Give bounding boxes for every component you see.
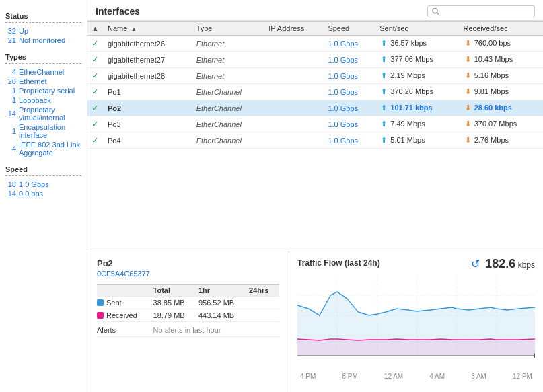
search-input[interactable] [441, 7, 530, 15]
sidebar-item-proprietary-serial[interactable]: 1 Proprietary serial [5, 86, 81, 95]
not-monitored-label[interactable]: Not monitored [19, 36, 65, 44]
upload-icon: ⬆ [381, 136, 387, 144]
recv-cell: ⬇ 5.16 Mbps [460, 68, 543, 84]
col-ip[interactable]: IP Address [264, 22, 324, 36]
name-cell: gigabitethernet28 [104, 68, 192, 84]
col-status[interactable]: ▲ [87, 22, 104, 36]
sent-cell: ⬆ 377.06 Mbps [375, 52, 459, 68]
svg-marker-12 [297, 339, 535, 356]
upload-icon: ⬆ [381, 104, 387, 112]
recv-row: Received 18.79 MB 443.14 MB [97, 309, 279, 322]
chart-current-unit: kbps [518, 260, 535, 270]
chart-label-4pm: 4 PM [300, 373, 316, 380]
speed-cell: 1.0 Gbps [324, 68, 375, 84]
no-alerts-text: No alerts in last hour [153, 326, 221, 334]
sidebar-item-ieee8023ad[interactable]: 4 IEEE 802.3ad Link Aggregate [5, 140, 81, 157]
detail-left: Po2 0CF5A4C65377 Total 1hr 24hrs [87, 251, 289, 392]
alerts-label: Alerts [97, 322, 153, 337]
status-check-icon: ✓ [92, 103, 99, 113]
sidebar-item-1gbps[interactable]: 18 1.0 Gbps [5, 180, 81, 189]
type-cell: Ethernet [192, 36, 265, 52]
speed-cell: 1.0 Gbps [324, 132, 375, 149]
refresh-icon[interactable]: ↺ [471, 258, 480, 270]
sent-row: Sent 38.85 MB 956.52 MB [97, 297, 279, 309]
sidebar-item-ethernet[interactable]: 28 Ethernet [5, 77, 81, 86]
upload-icon: ⬆ [381, 71, 387, 79]
sidebar-item-up[interactable]: 32 Up [5, 26, 81, 36]
status-cell: ✓ [87, 116, 104, 132]
ip-cell [264, 100, 324, 116]
sort-arrow-name: ▲ [131, 26, 137, 32]
sent-value: 101.71 kbps [390, 104, 432, 112]
recv-cell: ⬇ 10.43 Mbps [460, 52, 543, 68]
detail-right: Traffic Flow (last 24h) ↺ 182.6 kbps [289, 251, 543, 392]
sidebar-item-not-monitored[interactable]: 21 Not monitored [5, 36, 81, 45]
sent-cell: ⬆ 5.01 Mbps [375, 132, 459, 149]
table-row[interactable]: ✓ Po2 EtherChannel 1.0 Gbps ⬆ 101.71 kbp… [87, 100, 543, 116]
table-row[interactable]: ✓ Po1 EtherChannel 1.0 Gbps ⬆ 370.26 Mbp… [87, 84, 543, 100]
table-row[interactable]: ✓ Po4 EtherChannel 1.0 Gbps ⬆ 5.01 Mbps … [87, 132, 543, 149]
sent-cell: ⬆ 370.26 Mbps [375, 84, 459, 100]
col-type[interactable]: Type [192, 22, 265, 36]
type-cell: EtherChannel [192, 100, 265, 116]
sidebar-item-etherchannel[interactable]: 4 EtherChannel [5, 67, 81, 77]
detail-mac[interactable]: 0CF5A4C65377 [97, 270, 279, 278]
name-cell: gigabitethernet26 [104, 36, 192, 52]
recv-1hr-val: 443.14 MB [198, 309, 249, 322]
sent-value: 370.26 Mbps [390, 87, 433, 95]
main-content: Interfaces ▲ Name ▲ Type [87, 0, 543, 392]
col-sent[interactable]: Sent/sec [375, 22, 459, 36]
sidebar-item-loopback[interactable]: 1 Loopback [5, 95, 81, 105]
ip-cell [264, 68, 324, 84]
sent-cell: ⬆ 101.71 kbps [375, 100, 459, 116]
interfaces-table-container: ▲ Name ▲ Type IP Address Speed Sent/sec … [87, 21, 543, 251]
recv-value: 9.81 Mbps [474, 87, 509, 95]
sent-cell: ⬆ 7.49 Mbps [375, 116, 459, 132]
table-row[interactable]: ✓ gigabitethernet28 Ethernet 1.0 Gbps ⬆ … [87, 68, 543, 84]
col-total: Total [153, 285, 198, 297]
interfaces-table: ▲ Name ▲ Type IP Address Speed Sent/sec … [87, 21, 543, 149]
recv-24hr-val [249, 309, 279, 322]
download-icon: ⬇ [465, 55, 471, 63]
status-cell: ✓ [87, 100, 104, 116]
status-cell: ✓ [87, 68, 104, 84]
sent-cell: ⬆ 2.19 Mbps [375, 68, 459, 84]
sent-dot [97, 299, 104, 306]
sent-value: 5.01 Mbps [390, 136, 425, 144]
type-cell: EtherChannel [192, 116, 265, 132]
sent-cell: ⬆ 36.57 kbps [375, 36, 459, 52]
status-check-icon: ✓ [92, 135, 99, 145]
table-row[interactable]: ✓ gigabitethernet27 Ethernet 1.0 Gbps ⬆ … [87, 52, 543, 68]
name-cell: Po4 [104, 132, 192, 149]
col-name[interactable]: Name ▲ [104, 22, 192, 36]
sidebar-item-encapsulation[interactable]: 1 Encapsulation interface [5, 122, 81, 140]
up-label[interactable]: Up [19, 27, 28, 35]
chart-label-12pm: 12 PM [513, 373, 532, 380]
sidebar-item-proprietary-virtual[interactable]: 14 Proprietary virtual/internal [5, 105, 81, 122]
status-section-title: Status [5, 12, 81, 20]
detail-interface-name: Po2 [97, 258, 279, 268]
ip-cell [264, 132, 324, 149]
recv-cell: ⬇ 2.76 Mbps [460, 132, 543, 149]
status-check-icon: ✓ [92, 38, 99, 48]
sent-label: Sent [106, 299, 122, 307]
chart-label-4am: 4 AM [429, 373, 445, 380]
name-cell: Po2 [104, 100, 192, 116]
upload-icon: ⬆ [381, 55, 387, 63]
col-received[interactable]: Received/sec [460, 22, 543, 36]
speed-cell: 1.0 Gbps [324, 84, 375, 100]
table-row[interactable]: ✓ gigabitethernet26 Ethernet 1.0 Gbps ⬆ … [87, 36, 543, 52]
col-1hr: 1hr [198, 285, 249, 297]
col-24hr: 24hrs [249, 285, 279, 297]
status-cell: ✓ [87, 36, 104, 52]
table-row[interactable]: ✓ Po3 EtherChannel 1.0 Gbps ⬆ 7.49 Mbps … [87, 116, 543, 132]
ip-cell [264, 36, 324, 52]
col-speed[interactable]: Speed [324, 22, 375, 36]
search-box[interactable] [427, 5, 535, 17]
sidebar-item-0bps[interactable]: 14 0.0 bps [5, 189, 81, 198]
download-icon: ⬇ [465, 71, 471, 79]
download-icon: ⬇ [465, 136, 471, 144]
sent-value: 7.49 Mbps [390, 120, 425, 128]
download-icon: ⬇ [465, 39, 471, 47]
recv-cell: ⬇ 760.00 bps [460, 36, 543, 52]
